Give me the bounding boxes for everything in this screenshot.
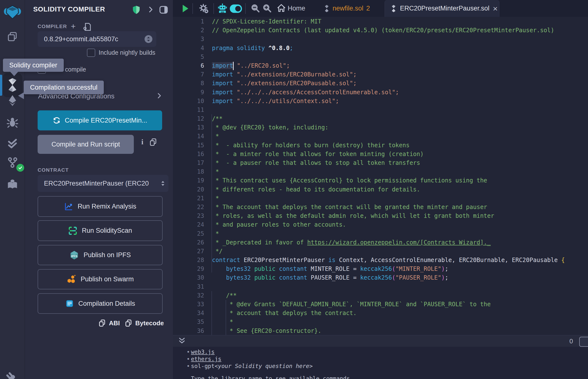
terminal-command: sol-gpt: [191, 363, 215, 369]
zoom-out-icon[interactable]: [250, 3, 260, 14]
bullet: •: [186, 363, 191, 369]
script-config-gear-icon[interactable]: [198, 3, 209, 15]
line-number: 6: [173, 61, 204, 70]
unit-testing-icon[interactable]: [0, 137, 25, 150]
tab-newfile-badge: 2: [366, 5, 370, 12]
compile-and-run-button[interactable]: Compile and Run script: [38, 135, 134, 154]
compiler-version-select[interactable]: 0.8.29+commit.ab55807c: [38, 31, 156, 47]
code-line: bytes32 public constant PAUSER_ROLE = ke…: [212, 273, 565, 282]
settings-partial-icon[interactable]: [0, 371, 25, 379]
line-number: 10: [173, 97, 204, 106]
terminal-search-box-partial[interactable]: [579, 337, 588, 347]
code-line: // OpenZeppelin Contracts (last updated …: [212, 26, 565, 35]
tab-newfile-label: newfile.sol: [333, 5, 363, 12]
terminal-collapse-icon[interactable]: [178, 337, 186, 346]
terminal-command-hint: <your Solidity question here>: [215, 363, 313, 369]
home-icon[interactable]: [277, 3, 286, 14]
line-number: 8: [173, 79, 204, 88]
run-remix-analysis-button[interactable]: Run Remix Analysis: [38, 196, 163, 217]
refresh-icon: [52, 116, 61, 125]
bytecode-label[interactable]: Bytecode: [135, 319, 164, 327]
code-line: *: [212, 229, 565, 238]
code-content[interactable]: // SPDX-License-Identifier: MIT// OpenZe…: [212, 17, 565, 335]
remix-logo-icon[interactable]: [0, 3, 25, 21]
code-line: * - a pauser role that allows to stop al…: [212, 158, 565, 167]
nightly-builds-label: Include nightly builds: [99, 49, 155, 56]
line-number: 19: [173, 176, 204, 185]
plugin-manager-icon[interactable]: [0, 178, 25, 191]
info-icon[interactable]: i: [139, 138, 146, 146]
terminal-link[interactable]: ethers.js: [191, 356, 221, 362]
solidityscan-icon: [68, 226, 77, 236]
code-line: *: [212, 317, 565, 326]
add-version-icon[interactable]: +: [71, 21, 76, 31]
abi-label[interactable]: ABI: [109, 319, 120, 327]
editor-topbar: Home newfile.sol 2 ERC20PresetMinterPaus…: [173, 0, 588, 17]
code-line: * - ability for holders to burn (destroy…: [212, 141, 565, 150]
line-number: 26: [173, 238, 204, 247]
tab-close-icon[interactable]: ×: [493, 4, 498, 13]
code-line: *: [212, 132, 565, 141]
compile-button[interactable]: Compile ERC20PresetMin...: [38, 111, 162, 130]
nightly-builds-checkbox[interactable]: [87, 48, 95, 57]
publish-ipfs-button[interactable]: IPFS Publish on IPFS: [38, 245, 163, 265]
status-tooltip: Compilation successful: [24, 80, 104, 94]
remix-ide-window: SOLIDITY COMPILER COMPILER +: [0, 0, 588, 379]
tab-newfile[interactable]: newfile.sol 2: [324, 0, 382, 17]
code-line: * different roles - head to its document…: [212, 185, 565, 194]
code-line: * This contract uses {AccessControl} to …: [212, 176, 565, 185]
copy-script-icon[interactable]: [149, 138, 157, 147]
plugin-tooltip-arrow: [10, 72, 18, 76]
select-caret-icon: [144, 35, 153, 45]
compiler-version-value: 0.8.29+commit.ab55807c: [44, 35, 118, 43]
line-number: 7: [173, 70, 204, 79]
ai-assistant-robot-icon[interactable]: [217, 3, 228, 15]
active-plugin-accent: [0, 75, 2, 96]
git-icon[interactable]: [0, 156, 25, 169]
home-tab-label[interactable]: Home: [288, 5, 305, 12]
license-file-icon[interactable]: [83, 22, 91, 32]
run-solidityscan-button[interactable]: Run SolidityScan: [38, 220, 163, 241]
line-number: 23: [173, 211, 204, 220]
bullet: •: [186, 356, 191, 362]
line-number: 4: [173, 44, 204, 52]
shield-icon[interactable]: [131, 5, 141, 16]
code-line: [212, 35, 565, 44]
zoom-in-icon[interactable]: [262, 3, 272, 14]
file-explorer-icon[interactable]: [0, 30, 25, 44]
plugin-tooltip: Solidity compiler: [3, 59, 64, 72]
compile-run-label: Compile and Run script: [51, 141, 120, 148]
compiler-section-label: COMPILER: [38, 23, 67, 29]
line-number: 12: [173, 114, 204, 123]
code-editor[interactable]: 1234567891011121314151617181920212223242…: [173, 17, 588, 335]
line-number: 17: [173, 158, 204, 167]
copy-abi-icon[interactable]: [98, 319, 106, 328]
copy-bytecode-icon[interactable]: [124, 319, 132, 328]
terminal-link[interactable]: web3.js: [191, 349, 215, 355]
run-script-play-icon[interactable]: [182, 4, 189, 14]
line-number: 5: [173, 52, 204, 61]
pin-panel-icon[interactable]: [159, 5, 169, 16]
code-line: */: [212, 247, 565, 256]
tab-erc20presetminterpauser[interactable]: ERC20PresetMinterPauser.sol ×: [385, 0, 499, 17]
terminal-output[interactable]: •web3.js•ethers.js•sol-gpt <your Solidit…: [173, 347, 588, 379]
terminal-list-item: •web3.js: [173, 348, 588, 355]
debugger-icon[interactable]: [0, 115, 25, 129]
compilation-details-button[interactable]: Compilation Details: [38, 293, 163, 314]
contract-select[interactable]: ERC20PresetMinterPauser (ERC20: [38, 175, 169, 192]
publish-swarm-button[interactable]: Publish on Swarm: [38, 269, 163, 289]
terminal-list-item: •sol-gpt <your Solidity question here>: [173, 363, 588, 369]
line-number: 11: [173, 106, 204, 114]
ai-toggle-on[interactable]: [230, 4, 242, 14]
expand-panel-chevron-icon[interactable]: [147, 5, 155, 15]
code-line: * _Deprecated in favor of https://wizard…: [212, 238, 565, 247]
code-line: import "../extensions/ERC20Pausable.sol"…: [212, 79, 565, 88]
code-line: * See {ERC20-constructor}.: [212, 327, 565, 335]
advanced-chevron-icon[interactable]: [155, 92, 163, 101]
terminal-bar[interactable]: 0: [173, 335, 588, 347]
line-number: 1: [173, 17, 204, 26]
contract-section-label: CONTRACT: [38, 167, 69, 173]
line-number: 32: [173, 291, 204, 300]
action-label: Compilation Details: [78, 300, 135, 307]
action-label: Publish on IPFS: [83, 251, 131, 259]
